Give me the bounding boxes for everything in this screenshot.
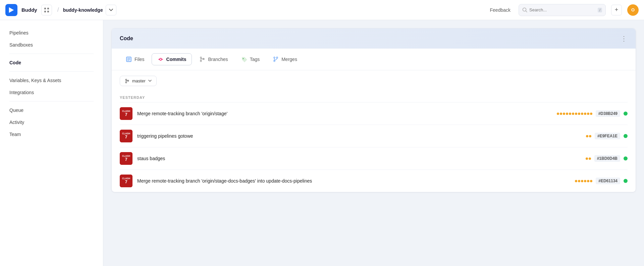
sidebar-divider-1 (9, 54, 94, 54)
commit-avatar: CLASH 7 (120, 175, 132, 187)
commit-pipeline-dots (586, 157, 591, 160)
commit-message: triggering pipelines gotowe (137, 133, 581, 139)
commit-status-indicator (624, 112, 628, 116)
tab-bar: Files Commits (112, 49, 636, 70)
tab-tags-label: Tags (250, 57, 260, 62)
svg-text:7: 7 (125, 157, 127, 162)
add-button[interactable]: + (611, 5, 622, 15)
panel-menu-icon[interactable]: ⋮ (621, 35, 628, 43)
commit-avatar: CLASH 7 (120, 107, 132, 120)
commit-status-indicator (624, 134, 628, 138)
commit-status-indicator (624, 179, 628, 183)
svg-point-25 (125, 82, 127, 83)
svg-point-12 (160, 58, 162, 60)
commit-hash[interactable]: #E9FEA1E (595, 133, 620, 139)
commit-message: staus badges (137, 156, 581, 161)
branch-selector[interactable]: master (120, 76, 157, 86)
topnav: Buddy / buddy-knowledge Feedback / + O (0, 0, 644, 20)
panel-header: Code ⋮ (112, 28, 636, 49)
tab-commits[interactable]: Commits (152, 53, 192, 65)
commit-hash[interactable]: #1BD0D4B (594, 155, 620, 162)
files-icon (125, 56, 132, 63)
tab-commits-label: Commits (166, 57, 186, 62)
search-input[interactable] (529, 7, 596, 12)
nav-separator: / (57, 6, 59, 13)
tab-branches[interactable]: Branches (193, 53, 233, 65)
branch-bar: master (112, 70, 636, 91)
tab-merges-label: Merges (281, 57, 297, 62)
commit-pipeline-dots (586, 135, 591, 137)
layout: Pipelines Sandboxes Code Variables, Keys… (0, 20, 644, 266)
branch-selector-icon (125, 79, 129, 83)
commit-pipeline-dots (575, 180, 592, 182)
commit-message: Merge remote-tracking branch 'origin/sta… (137, 111, 552, 116)
app-logo[interactable] (5, 4, 17, 16)
commit-avatar: CLASH 7 (120, 152, 132, 165)
project-dropdown[interactable] (106, 5, 116, 15)
grid-icon[interactable] (41, 5, 52, 15)
commit-right: #D38B249 (557, 110, 628, 117)
svg-point-16 (200, 60, 202, 62)
sidebar-item-code[interactable]: Code (0, 57, 103, 69)
commit-hash[interactable]: #D38B249 (596, 110, 620, 117)
svg-point-22 (276, 57, 278, 58)
svg-rect-1 (44, 8, 46, 9)
svg-point-15 (200, 57, 202, 58)
avatar[interactable]: O (627, 4, 639, 16)
tab-tags[interactable]: Tags (235, 53, 266, 65)
commit-row[interactable]: CLASH 7 staus badges#1BD0D4B (120, 147, 628, 170)
svg-rect-2 (47, 8, 49, 9)
svg-rect-4 (47, 11, 49, 12)
section-label: YESTERDAY (120, 91, 628, 102)
svg-point-20 (274, 57, 275, 58)
commit-pipeline-dots (557, 113, 592, 115)
main-content: Code ⋮ Files (103, 20, 644, 266)
svg-rect-3 (44, 11, 46, 12)
tab-merges[interactable]: Merges (267, 53, 303, 65)
branch-name: master (132, 78, 146, 83)
commit-avatar: CLASH 7 (120, 130, 132, 142)
search-icon (522, 7, 527, 12)
code-panel: Code ⋮ Files (111, 28, 636, 192)
svg-text:7: 7 (125, 134, 127, 139)
sidebar-item-team[interactable]: Team (0, 128, 103, 140)
sidebar-item-variables[interactable]: Variables, Keys & Assets (0, 74, 103, 86)
sidebar-divider-3 (9, 101, 94, 102)
sidebar-item-queue[interactable]: Queue (0, 104, 103, 116)
search-box[interactable]: / (519, 4, 606, 16)
svg-point-19 (243, 58, 244, 59)
commit-row[interactable]: CLASH 7 Merge remote-tracking branch 'or… (120, 102, 628, 125)
commit-right: #E9FEA1E (586, 133, 628, 139)
branches-icon (199, 56, 206, 63)
sidebar-divider-2 (9, 71, 94, 72)
commit-hash[interactable]: #ED61134 (596, 178, 620, 184)
commit-message: Merge remote-tracking branch 'origin/sta… (137, 178, 570, 184)
tab-branches-label: Branches (208, 57, 228, 62)
svg-point-24 (125, 79, 127, 80)
commit-right: #ED61134 (575, 178, 628, 184)
commits-section: YESTERDAY CLASH 7 Merge remote-tracking … (112, 91, 636, 192)
feedback-link[interactable]: Feedback (490, 7, 511, 13)
commits-icon (157, 56, 164, 63)
nav-project: buddy-knowledge (63, 7, 103, 13)
sidebar-item-integrations[interactable]: Integrations (0, 86, 103, 98)
sidebar-item-sandboxes[interactable]: Sandboxes (0, 39, 103, 51)
sidebar-item-pipelines[interactable]: Pipelines (0, 27, 103, 39)
svg-text:7: 7 (125, 179, 127, 184)
panel-title: Code (120, 36, 133, 42)
tab-files[interactable]: Files (120, 53, 150, 65)
commit-right: #1BD0D4B (586, 155, 628, 162)
search-shortcut: / (598, 8, 602, 12)
commit-row[interactable]: CLASH 7 Merge remote-tracking branch 'or… (120, 170, 628, 192)
merges-icon (272, 56, 279, 63)
app-name: Buddy (21, 7, 37, 13)
commit-row[interactable]: CLASH 7 triggering pipelines gotowe#E9FE… (120, 125, 628, 147)
tags-icon (241, 56, 248, 63)
svg-line-6 (526, 11, 527, 12)
commits-list: CLASH 7 Merge remote-tracking branch 'or… (120, 102, 628, 192)
sidebar-item-activity[interactable]: Activity (0, 116, 103, 128)
svg-marker-0 (9, 7, 14, 13)
tab-files-label: Files (135, 57, 145, 62)
commit-status-indicator (624, 156, 628, 160)
svg-text:7: 7 (125, 112, 127, 117)
